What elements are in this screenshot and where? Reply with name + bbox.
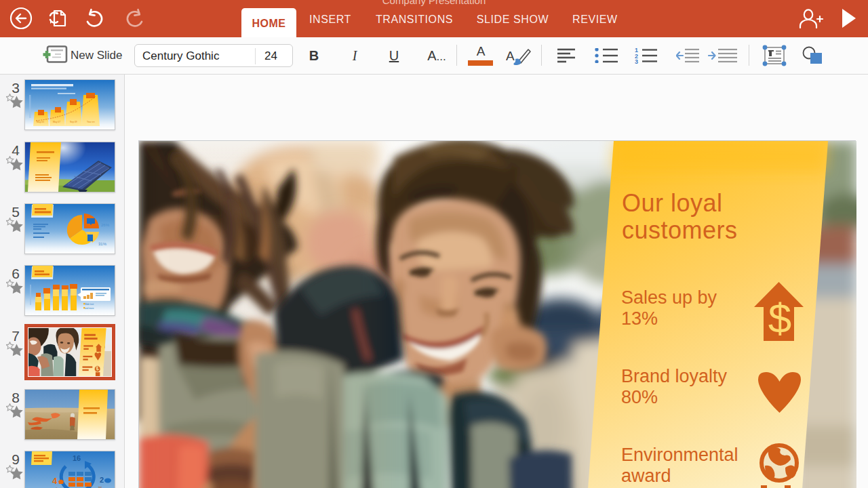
svg-text:16: 16 — [73, 454, 81, 462]
svg-text:May 07: May 07 — [53, 121, 60, 123]
svg-text:26%: 26% — [101, 223, 110, 227]
svg-text:3: 3 — [635, 58, 638, 64]
svg-text:2: 2 — [100, 476, 104, 484]
svg-text:Sep 09: Sep 09 — [70, 121, 77, 123]
svg-text:May 05: May 05 — [37, 121, 44, 123]
svg-text:Slide text: Slide text — [85, 303, 94, 306]
svg-text:$: $ — [768, 295, 791, 342]
svg-text:4: 4 — [52, 476, 58, 486]
svg-text:31%: 31% — [98, 242, 107, 246]
svg-text:and more: and more — [85, 307, 94, 310]
svg-text:Year en: Year en — [87, 121, 95, 123]
svg-text:A: A — [506, 49, 515, 63]
